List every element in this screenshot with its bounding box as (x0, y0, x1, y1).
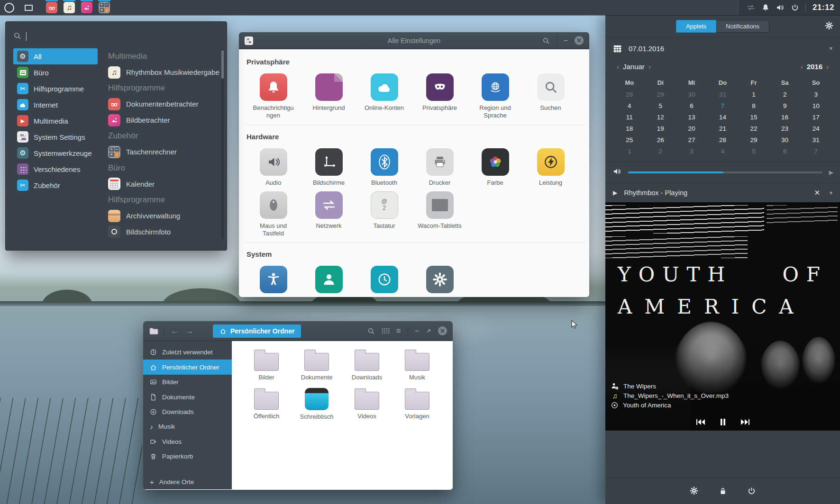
folder-vorlagen[interactable]: Vorlagen (392, 387, 442, 420)
calendar-day[interactable]: 1 (738, 89, 769, 100)
taskbar-music-player[interactable]: ♫ (63, 0, 76, 15)
folder-dokumente[interactable]: Dokumente (292, 349, 342, 381)
previous-button[interactable] (696, 419, 705, 425)
player-header[interactable]: ▶ Rhythmbox - Playing ✕ ▾ (605, 183, 840, 202)
calendar-day[interactable]: 31 (707, 89, 739, 100)
close-button[interactable]: ✕ (438, 326, 447, 335)
calendar-day[interactable]: 8 (738, 100, 769, 111)
category-internet[interactable]: Internet (13, 97, 98, 113)
calendar-day[interactable]: 30 (676, 89, 707, 100)
calendar-day[interactable]: 7 (800, 145, 831, 157)
files-search-button[interactable] (367, 327, 375, 335)
calendar-day[interactable]: 16 (769, 111, 801, 123)
sidebar-item-downloads[interactable]: Downloads (143, 405, 232, 419)
settings-gear-icon[interactable] (690, 486, 698, 495)
settings-tile-benutzer[interactable]: Benutzer (301, 266, 356, 297)
volume-expand-icon[interactable]: ▶ (829, 169, 833, 176)
app-item-bildbetrachter[interactable]: Bildbetrachter (108, 112, 221, 128)
calendar-day[interactable]: 7 (707, 100, 739, 111)
files-content[interactable]: Bilder Dokumente Downloads Musik (232, 341, 453, 489)
app-item-archivverwaltung[interactable]: Archivverwaltung (108, 208, 221, 224)
category-system-settings[interactable]: System Settings (13, 129, 98, 145)
category-hilfsprogramme[interactable]: ✂ Hilfsprogramme (13, 81, 98, 97)
calendar-day[interactable]: 31 (800, 134, 831, 145)
calendar-day[interactable]: 28 (614, 89, 645, 100)
calendar-day[interactable]: 26 (645, 134, 676, 145)
calendar-applet-header[interactable]: 07.01.2016 ▾ (605, 37, 840, 59)
calendar-day[interactable]: 28 (707, 134, 739, 145)
calendar-day[interactable]: 29 (738, 134, 769, 145)
sidebar-item-other-locations[interactable]: + Andere Orte (143, 475, 232, 489)
view-grid-button[interactable] (382, 328, 390, 334)
calendar-day[interactable]: 4 (707, 145, 739, 157)
calendar-day[interactable]: 10 (800, 100, 831, 111)
menu-scrollbar-thumb[interactable] (221, 50, 224, 79)
calendar-day[interactable]: 2 (645, 145, 676, 157)
power-icon[interactable] (748, 487, 756, 495)
settings-tile-barrierefreiheit[interactable]: Barrierefreiheit (246, 266, 301, 297)
calendar-day[interactable]: 15 (738, 111, 769, 123)
app-item-bildschirmfoto[interactable]: Bildschirmfoto (108, 224, 221, 240)
calendar-day[interactable]: 25 (614, 134, 645, 145)
menu-search-bar[interactable] (13, 28, 221, 45)
folder-bilder[interactable]: Bilder (241, 349, 292, 381)
settings-tile-hintergrund[interactable]: Hintergrund (301, 73, 356, 120)
tab-notifications[interactable]: Notifications (716, 20, 769, 33)
sidebar-item-recent[interactable]: Zuletzt verwendet (143, 345, 232, 360)
calendar-day[interactable]: 1 (614, 145, 645, 157)
settings-tile-drucker[interactable]: Drucker (412, 148, 467, 187)
folder-schreibtisch[interactable]: Schreibtisch (292, 387, 342, 420)
network-tray-icon[interactable] (747, 0, 755, 15)
pause-button[interactable] (720, 418, 726, 426)
menu-hamburger-button[interactable]: ≡ (396, 326, 401, 336)
settings-tile-details[interactable]: Details (412, 266, 467, 297)
app-item-taschenrechner[interactable]: +−×= Taschenrechner (108, 144, 221, 160)
notifications-tray-icon[interactable] (762, 0, 769, 15)
category-all[interactable]: ⚙ All (13, 48, 98, 64)
calendar-day[interactable]: 3 (800, 89, 831, 100)
category-verschiedenes[interactable]: Verschiedenes (13, 161, 98, 177)
files-headerbar[interactable]: ← → Persönlicher Ordner ≡ − ✕ (143, 321, 453, 341)
folder-downloads[interactable]: Downloads (342, 349, 392, 381)
maximize-button[interactable] (426, 328, 431, 334)
settings-headerbar[interactable]: Alle Einstellungen − ✕ (239, 32, 589, 49)
tab-applets[interactable]: Applets (676, 20, 716, 33)
menu-scrollbar[interactable] (221, 48, 224, 240)
calendar-day[interactable]: 19 (645, 123, 676, 134)
calendar-day[interactable]: 9 (769, 100, 801, 111)
settings-tile-audio[interactable]: Audio (246, 148, 301, 187)
settings-tile-farbe[interactable]: Farbe (467, 148, 523, 187)
calendar-day[interactable]: 12 (645, 111, 676, 123)
settings-tile-tastatur[interactable]: @2 Tastatur (356, 191, 412, 238)
sidebar-item-documents[interactable]: Dokumente (143, 389, 232, 404)
raven-settings-gear-icon[interactable] (825, 21, 833, 31)
prev-month-button[interactable]: ‹ (613, 63, 623, 71)
calendar-day[interactable]: 27 (676, 134, 707, 145)
next-month-button[interactable]: › (645, 63, 655, 71)
sidebar-item-pictures[interactable]: Bilder (143, 375, 232, 389)
app-item-rhythmbox[interactable]: ♫ Rhythmbox Musikwiedergabe (108, 64, 221, 81)
forward-button[interactable]: → (185, 326, 194, 335)
folder-videos[interactable]: Videos (342, 387, 392, 420)
sidebar-item-trash[interactable]: Papierkorb (143, 449, 232, 464)
calendar-day[interactable]: 5 (738, 145, 769, 157)
sidebar-item-music[interactable]: ♪ Musik (143, 419, 232, 434)
calendar-day[interactable]: 30 (769, 134, 801, 145)
category-buero[interactable]: Büro (13, 64, 98, 81)
minimize-button[interactable]: − (564, 37, 568, 45)
category-systemwerkzeuge[interactable]: ⚙ Systemwerkzeuge (13, 145, 98, 161)
close-button[interactable]: ✕ (575, 36, 584, 45)
settings-tile-benachrichtigungen[interactable]: Benachrichtigungen (246, 73, 301, 120)
sidebar-item-home[interactable]: Persönlicher Ordner (143, 360, 232, 374)
taskbar-calculator[interactable]: +−×= (98, 0, 111, 15)
calendar-day[interactable]: 4 (614, 100, 645, 111)
calendar-day[interactable]: 21 (707, 123, 739, 134)
settings-tile-datum-zeit[interactable]: Datum und Zeit (356, 266, 412, 297)
settings-tile-bildschirme[interactable]: Bildschirme (301, 148, 356, 187)
budgie-menu-button[interactable] (0, 0, 14, 15)
calendar-day[interactable]: 17 (800, 111, 831, 123)
calendar-day[interactable]: 13 (676, 111, 707, 123)
calendar-day[interactable]: 2 (769, 89, 801, 100)
calendar-day[interactable]: 11 (614, 111, 645, 123)
settings-tile-privatsphaere[interactable]: Privatsphäre (412, 73, 467, 120)
